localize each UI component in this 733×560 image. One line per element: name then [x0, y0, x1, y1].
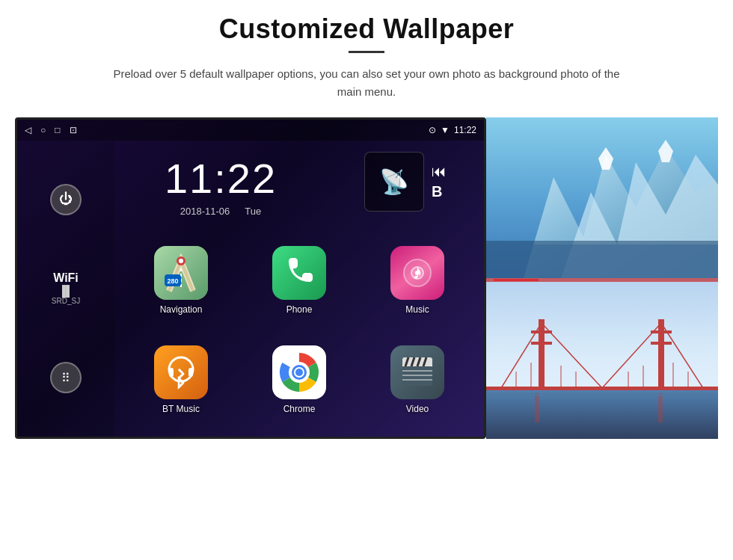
app-grid: 280 Navigation Phone: [114, 223, 484, 437]
clock-date: 2018-11-06 Tue: [180, 206, 261, 217]
status-bar: ◁ ○ □ ⊡ ⊙ ▼ 11:22: [17, 120, 484, 141]
media-widget-icon: 📡: [379, 167, 409, 196]
phone-icon: [272, 246, 326, 300]
svg-point-24: [295, 369, 303, 376]
svg-rect-52: [651, 342, 672, 345]
clock-area: 11:22 2018-11-06 Tue: [114, 141, 327, 223]
app-item-video[interactable]: Video: [358, 330, 476, 429]
svg-rect-32: [402, 366, 432, 386]
wallpaper-glacier: [486, 117, 718, 278]
music-label: Music: [405, 304, 429, 315]
artist-initial: B: [432, 183, 447, 200]
device-left-sidebar: ⏻ WiFi ▐▌ SRD_SJ ⠿: [17, 141, 114, 437]
svg-rect-66: [658, 393, 663, 422]
wifi-signal-icon: ▼: [441, 125, 450, 135]
chrome-icon: [272, 345, 326, 399]
svg-rect-6: [272, 246, 326, 300]
power-button[interactable]: ⏻: [50, 184, 82, 215]
home-icon[interactable]: ○: [40, 125, 46, 135]
svg-text:♪: ♪: [412, 260, 423, 283]
media-widgets: 📡 ⏮ B: [327, 141, 484, 223]
back-icon[interactable]: ◁: [25, 125, 31, 135]
recent-icon[interactable]: □: [55, 125, 60, 135]
date-value: 2018-11-06: [180, 206, 230, 217]
app-item-phone[interactable]: Phone: [240, 230, 358, 330]
device-screen: ◁ ○ □ ⊡ ⊙ ▼ 11:22 ⏻ WiFi ▐▌: [15, 117, 486, 439]
svg-rect-47: [539, 319, 545, 390]
title-divider: [349, 51, 384, 53]
wallpaper-bridge: [486, 282, 718, 439]
divider-bar: [494, 279, 539, 281]
svg-rect-15: [188, 368, 193, 377]
wifi-info: WiFi ▐▌ SRD_SJ: [52, 271, 80, 305]
app-item-music[interactable]: ♪ Music: [358, 230, 476, 330]
svg-rect-65: [535, 393, 539, 422]
svg-text:280: 280: [167, 277, 178, 285]
video-label: Video: [406, 404, 429, 414]
status-bar-right: ⊙ ▼ 11:22: [429, 125, 476, 135]
bt-music-icon: [154, 345, 208, 399]
svg-rect-14: [169, 368, 174, 377]
svg-rect-45: [486, 390, 718, 439]
apps-grid-icon: ⠿: [61, 371, 70, 385]
wifi-bars: ▐▌: [52, 285, 80, 297]
media-widget-box[interactable]: 📡: [364, 152, 424, 212]
navigation-label: Navigation: [160, 304, 203, 315]
svg-line-18: [179, 369, 183, 374]
svg-rect-67: [486, 393, 718, 396]
status-bar-left: ◁ ○ □ ⊡: [25, 125, 77, 135]
svg-rect-42: [486, 244, 718, 278]
app-item-navigation[interactable]: 280 Navigation: [122, 230, 240, 330]
svg-rect-49: [531, 342, 552, 345]
screenshot-icon[interactable]: ⊡: [70, 125, 77, 135]
device-main-content: 11:22 2018-11-06 Tue 📡 ⏮ B: [114, 141, 484, 437]
wifi-label: WiFi: [52, 271, 80, 285]
page-title: Customized Wallpaper: [219, 13, 515, 45]
svg-line-19: [179, 374, 183, 378]
media-controls: ⏮ B: [432, 163, 447, 200]
chrome-label: Chrome: [283, 404, 316, 414]
bt-music-label: BT Music: [162, 404, 200, 414]
clock-time: 11:22: [165, 154, 277, 203]
wifi-ssid: SRD_SJ: [52, 297, 80, 305]
side-images-panel: [486, 117, 718, 439]
prev-track-icon[interactable]: ⏮: [432, 163, 447, 180]
content-area: ◁ ○ □ ⊡ ⊙ ▼ 11:22 ⏻ WiFi ▐▌: [15, 117, 718, 439]
navigation-icon: 280: [154, 246, 208, 300]
day-value: Tue: [245, 206, 261, 217]
video-icon: [390, 345, 444, 399]
svg-rect-46: [486, 387, 718, 390]
app-item-bt-music[interactable]: BT Music: [122, 330, 240, 429]
svg-rect-50: [658, 319, 664, 390]
svg-point-3: [179, 259, 183, 263]
music-icon: ♪: [390, 246, 444, 300]
apps-grid-button[interactable]: ⠿: [50, 362, 82, 393]
status-time: 11:22: [454, 125, 476, 135]
location-icon: ⊙: [429, 125, 436, 135]
app-item-chrome[interactable]: Chrome: [240, 330, 358, 429]
power-icon: ⏻: [59, 191, 73, 207]
phone-label: Phone: [286, 304, 313, 315]
page-subtitle: Preload over 5 default wallpaper options…: [105, 65, 628, 101]
